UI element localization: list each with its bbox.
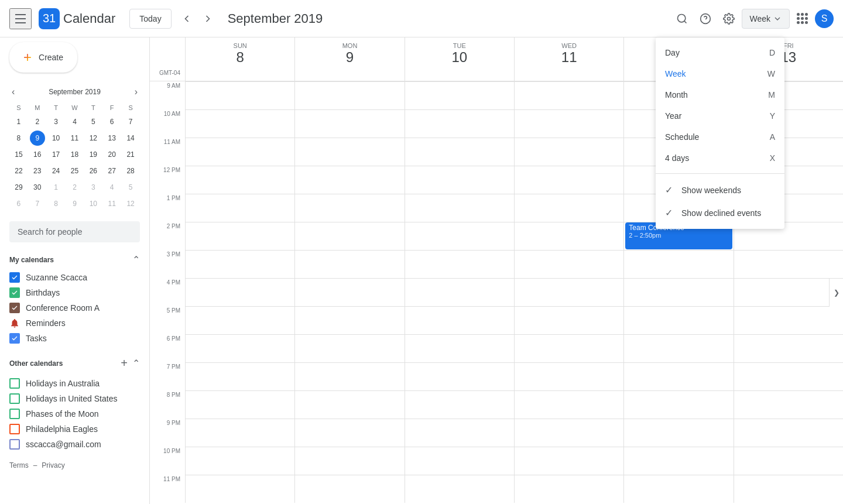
- mini-day[interactable]: 1: [49, 180, 64, 195]
- mini-day[interactable]: 27: [104, 163, 119, 179]
- help-button[interactable]: [695, 8, 716, 29]
- grid-cell[interactable]: [514, 109, 623, 138]
- grid-cell[interactable]: [185, 390, 294, 419]
- my-calendar-item[interactable]: Suzanne Scacca: [9, 270, 140, 285]
- grid-cell[interactable]: [514, 475, 623, 503]
- grid-cell[interactable]: [405, 194, 514, 222]
- mini-day[interactable]: 5: [85, 114, 101, 129]
- grid-cell[interactable]: [623, 278, 733, 306]
- day-header-mon[interactable]: MON 9: [294, 37, 404, 81]
- mini-day[interactable]: 12: [85, 131, 101, 146]
- grid-cell[interactable]: [514, 306, 623, 334]
- my-calendars-section[interactable]: My calendars ⌃: [9, 252, 140, 268]
- mini-day[interactable]: 4: [67, 114, 82, 129]
- grid-cell[interactable]: [405, 362, 514, 390]
- mini-day[interactable]: 4: [104, 180, 119, 195]
- grid-cell[interactable]: [185, 334, 294, 362]
- mini-day[interactable]: 2: [30, 114, 45, 129]
- mini-day[interactable]: 11: [104, 196, 119, 211]
- grid-cell[interactable]: [294, 250, 404, 278]
- grid-cell[interactable]: [294, 222, 404, 250]
- mini-day[interactable]: 6: [11, 196, 26, 211]
- mini-day[interactable]: 5: [123, 180, 138, 195]
- grid-cell[interactable]: [514, 278, 623, 306]
- week-dropdown-button[interactable]: Week: [742, 9, 790, 29]
- grid-cell[interactable]: [405, 390, 514, 419]
- grid-cell[interactable]: [514, 419, 623, 447]
- grid-cell[interactable]: [734, 362, 843, 390]
- today-button[interactable]: Today: [129, 9, 171, 29]
- grid-cell[interactable]: [185, 475, 294, 503]
- grid-cell[interactable]: [623, 447, 733, 475]
- grid-cell[interactable]: [405, 166, 514, 194]
- grid-cell[interactable]: [185, 278, 294, 306]
- grid-cell[interactable]: [185, 447, 294, 475]
- mini-day[interactable]: 9: [30, 131, 45, 146]
- create-button[interactable]: + Create: [9, 42, 77, 73]
- mini-day[interactable]: 17: [49, 147, 64, 162]
- dropdown-menu-item[interactable]: Month M: [656, 84, 784, 105]
- grid-cell[interactable]: [623, 419, 733, 447]
- grid-cell[interactable]: [514, 390, 623, 419]
- grid-cell[interactable]: [294, 475, 404, 503]
- grid-cell[interactable]: [405, 419, 514, 447]
- grid-cell[interactable]: [185, 138, 294, 166]
- grid-cell[interactable]: [734, 250, 843, 278]
- mini-prev-button[interactable]: ‹: [9, 84, 17, 100]
- mini-day[interactable]: 7: [30, 196, 45, 211]
- mini-day[interactable]: 21: [123, 147, 138, 162]
- search-people-input[interactable]: [9, 221, 140, 242]
- mini-day[interactable]: 24: [49, 163, 64, 179]
- prev-nav-button[interactable]: [176, 8, 197, 29]
- my-calendar-item[interactable]: Tasks: [9, 331, 140, 346]
- my-calendar-item[interactable]: Reminders: [9, 316, 140, 331]
- mini-day[interactable]: 10: [85, 196, 101, 211]
- mini-day[interactable]: 16: [30, 147, 45, 162]
- mini-day[interactable]: 29: [11, 180, 26, 195]
- grid-cell[interactable]: [294, 419, 404, 447]
- mini-day[interactable]: 10: [49, 131, 64, 146]
- add-other-calendar-button[interactable]: +: [118, 355, 130, 371]
- grid-cell[interactable]: [514, 138, 623, 166]
- other-calendar-item[interactable]: Phases of the Moon: [9, 406, 140, 421]
- search-button[interactable]: [671, 8, 693, 29]
- avatar[interactable]: S: [815, 9, 834, 28]
- grid-cell[interactable]: [294, 447, 404, 475]
- grid-cell[interactable]: [405, 222, 514, 250]
- mini-next-button[interactable]: ›: [132, 84, 140, 100]
- mini-day[interactable]: 26: [85, 163, 101, 179]
- grid-cell[interactable]: [405, 81, 514, 109]
- grid-cell[interactable]: [294, 362, 404, 390]
- mini-day[interactable]: 9: [67, 196, 82, 211]
- grid-cell[interactable]: [734, 334, 843, 362]
- mini-day[interactable]: 3: [85, 180, 101, 195]
- grid-cell[interactable]: [405, 447, 514, 475]
- mini-day[interactable]: 25: [67, 163, 82, 179]
- grid-cell[interactable]: [623, 362, 733, 390]
- grid-cell[interactable]: [294, 194, 404, 222]
- grid-cell[interactable]: [185, 419, 294, 447]
- grid-cell[interactable]: [734, 447, 843, 475]
- grid-cell[interactable]: [623, 475, 733, 503]
- grid-cell[interactable]: [514, 250, 623, 278]
- privacy-link[interactable]: Privacy: [42, 461, 64, 469]
- mini-day[interactable]: 22: [11, 163, 26, 179]
- grid-cell[interactable]: [405, 334, 514, 362]
- dropdown-menu-item[interactable]: Week W: [656, 63, 784, 84]
- grid-cell[interactable]: [623, 390, 733, 419]
- grid-cell[interactable]: [294, 278, 404, 306]
- mini-day[interactable]: 12: [123, 196, 138, 211]
- grid-cell[interactable]: [294, 306, 404, 334]
- dropdown-menu-item[interactable]: 4 days X: [656, 148, 784, 169]
- other-calendar-item[interactable]: sscacca@gmail.com: [9, 437, 140, 452]
- day-header-tue[interactable]: TUE 10: [405, 37, 514, 81]
- grid-cell[interactable]: [294, 81, 404, 109]
- other-calendar-item[interactable]: Holidays in United States: [9, 391, 140, 406]
- grid-cell[interactable]: [514, 166, 623, 194]
- mini-day[interactable]: 3: [49, 114, 64, 129]
- grid-cell[interactable]: [514, 81, 623, 109]
- my-calendar-item[interactable]: Birthdays: [9, 285, 140, 300]
- dropdown-menu-item[interactable]: Schedule A: [656, 126, 784, 148]
- mini-day[interactable]: 7: [123, 114, 138, 129]
- grid-cell[interactable]: [734, 475, 843, 503]
